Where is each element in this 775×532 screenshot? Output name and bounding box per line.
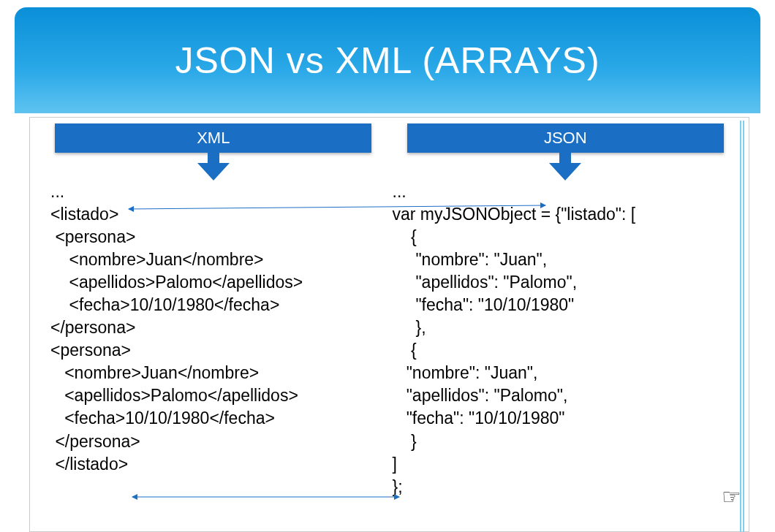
xml-header-wrap: XML: [37, 123, 390, 153]
json-heading: JSON: [407, 123, 724, 153]
arrow-down-icon: [549, 151, 581, 180]
json-column: JSON ... var myJSONObject = {"listado": …: [390, 123, 742, 531]
slide-title: JSON vs XML (ARRAYS): [175, 39, 600, 82]
json-code: ... var myJSONObject = {"listado": [ { "…: [390, 175, 742, 498]
columns: XML ... <listado> <persona> <nombre>Juan…: [37, 123, 741, 531]
json-header-wrap: JSON: [390, 123, 742, 153]
title-banner: JSON vs XML (ARRAYS): [15, 7, 760, 113]
xml-code: ... <listado> <persona> <nombre>Juan</no…: [37, 175, 390, 476]
hand-pointer-icon: ☞: [722, 484, 741, 509]
xml-heading: XML: [55, 123, 371, 153]
content-area: XML ... <listado> <persona> <nombre>Juan…: [29, 117, 749, 532]
decorative-stripes: [740, 121, 746, 532]
xml-column: XML ... <listado> <persona> <nombre>Juan…: [37, 123, 390, 531]
arrow-down-icon: [197, 151, 230, 180]
slide-frame: JSON vs XML (ARRAYS) XML ... <listado> <…: [15, 7, 760, 532]
